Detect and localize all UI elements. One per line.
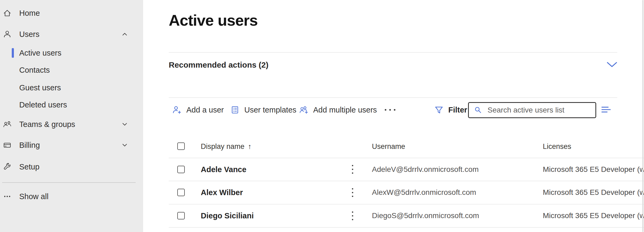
user-templates-button[interactable]: User templates: [230, 102, 296, 118]
column-header-username[interactable]: Username: [372, 142, 405, 151]
toolbar-button-label: Add multiple users: [313, 106, 377, 114]
filter-button[interactable]: Filter: [434, 102, 467, 118]
add-multiple-users-button[interactable]: Add multiple users: [299, 102, 377, 118]
filter-lines-icon[interactable]: [601, 106, 612, 114]
chevron-up-icon: [120, 30, 129, 39]
kebab-menu-icon[interactable]: [349, 187, 356, 198]
sidebar-item-label: Setup: [19, 163, 40, 171]
sidebar-divider: [2, 182, 136, 183]
people-icon: [2, 119, 12, 129]
sidebar-item-label: Deleted users: [19, 100, 67, 109]
search-box[interactable]: [468, 102, 596, 118]
table-divider: [169, 227, 644, 228]
licenses-cell: Microsoft 365 E5 Developer (withou: [543, 188, 644, 197]
sidebar-item-label: Guest users: [19, 83, 61, 92]
sidebar-item-home[interactable]: Home: [0, 6, 143, 20]
template-list-icon: [230, 105, 240, 115]
sort-ascending-icon: ↑: [248, 142, 252, 151]
kebab-menu-icon[interactable]: [349, 210, 356, 222]
sidebar-item-label: Users: [19, 30, 40, 39]
row-checkbox[interactable]: [177, 166, 185, 173]
username-cell: AlexW@5drrlv.onmicrosoft.com: [372, 188, 476, 197]
display-name-cell: Diego Siciliani: [201, 211, 254, 220]
column-label: Username: [372, 142, 405, 151]
column-label: Display name: [201, 142, 245, 151]
sidebar-item-label: Home: [19, 9, 40, 18]
add-a-user-button[interactable]: Add a user: [172, 102, 224, 118]
row-checkbox[interactable]: [177, 212, 185, 219]
sidebar: Home Users Active users Contacts Guest: [0, 0, 143, 232]
column-label: Licenses: [543, 142, 571, 151]
sidebar-item-show-all[interactable]: Show all: [0, 190, 143, 203]
sidebar-item-label: Teams & groups: [19, 120, 75, 129]
people-add-icon: [299, 105, 309, 115]
selected-indicator: [12, 48, 14, 58]
home-icon: [2, 8, 12, 18]
sidebar-item-contacts[interactable]: Contacts: [0, 63, 143, 77]
table-row[interactable]: Diego Siciliani DiegoS@5drrlv.onmicrosof…: [143, 204, 644, 227]
chevron-down-icon: [120, 120, 129, 129]
column-header-display-name[interactable]: Display name ↑: [201, 142, 252, 151]
row-checkbox[interactable]: [177, 189, 185, 196]
column-header-licenses[interactable]: Licenses: [543, 142, 571, 151]
ellipsis-icon: [2, 191, 12, 202]
search-input[interactable]: [487, 106, 590, 115]
person-icon: [2, 29, 12, 39]
vertical-scrollbar[interactable]: [642, 0, 643, 232]
search-icon: [474, 106, 482, 114]
sidebar-item-label: Billing: [19, 141, 40, 150]
wrench-icon: [2, 162, 12, 172]
toolbar-button-label: Filter: [448, 106, 467, 114]
licenses-cell: Microsoft 365 E5 Developer (withou: [543, 211, 644, 220]
funnel-icon: [434, 105, 444, 115]
page-title: Active users: [169, 11, 258, 29]
display-name-cell: Alex Wilber: [201, 188, 243, 197]
sidebar-item-label: Active users: [19, 49, 61, 57]
sidebar-item-billing[interactable]: Billing: [0, 138, 143, 152]
section-divider: [169, 97, 617, 98]
table-header: Display name ↑ Username Licenses: [143, 135, 644, 158]
toolbar-button-label: Add a user: [186, 106, 224, 114]
username-cell: AdeleV@5drrlv.onmicrosoft.com: [372, 165, 479, 174]
table-row[interactable]: Adele Vance AdeleV@5drrlv.onmicrosoft.co…: [143, 158, 644, 181]
toolbar-button-label: User templates: [244, 106, 296, 114]
person-add-icon: [172, 105, 182, 115]
sidebar-item-teams-groups[interactable]: Teams & groups: [0, 117, 143, 131]
licenses-cell: Microsoft 365 E5 Developer (withou: [543, 165, 644, 174]
more-actions-button[interactable]: [385, 102, 395, 118]
sidebar-item-label: Show all: [19, 192, 49, 201]
recommended-actions-title: Recommended actions (2): [169, 60, 268, 69]
section-divider: [169, 52, 617, 53]
sidebar-item-guest-users[interactable]: Guest users: [0, 81, 143, 95]
sidebar-item-users[interactable]: Users: [0, 27, 143, 41]
username-cell: DiegoS@5drrlv.onmicrosoft.com: [372, 211, 479, 220]
sidebar-item-setup[interactable]: Setup: [0, 160, 143, 174]
sidebar-item-deleted-users[interactable]: Deleted users: [0, 98, 143, 112]
m365-admin-active-users-page: Home Users Active users Contacts Guest: [0, 0, 644, 232]
sidebar-item-active-users[interactable]: Active users: [0, 46, 143, 60]
sidebar-item-label: Contacts: [19, 66, 50, 75]
ellipsis-horizontal-icon: [385, 109, 386, 111]
main-content: Active users Recommended actions (2) Add…: [143, 0, 644, 232]
display-name-cell: Adele Vance: [201, 165, 246, 174]
table-row[interactable]: Alex Wilber AlexW@5drrlv.onmicrosoft.com…: [143, 181, 644, 204]
select-all-checkbox[interactable]: [177, 142, 185, 150]
kebab-menu-icon[interactable]: [349, 164, 356, 175]
credit-card-icon: [2, 140, 12, 150]
chevron-down-icon: [120, 141, 129, 150]
chevron-down-icon[interactable]: [606, 61, 618, 68]
